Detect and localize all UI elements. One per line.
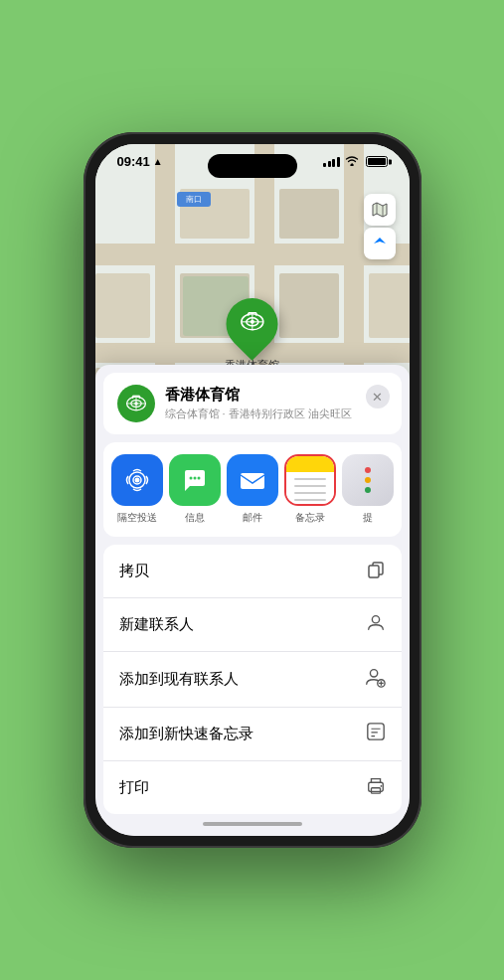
print-label: 打印 xyxy=(119,778,149,797)
messages-svg xyxy=(180,465,210,495)
share-item-mail[interactable]: 邮件 xyxy=(227,454,278,525)
more-dots xyxy=(365,467,371,493)
airdrop-label: 隔空投送 xyxy=(117,511,157,525)
status-time: 09:41 xyxy=(117,154,150,169)
notes-yellow-bar xyxy=(286,456,334,472)
svg-point-52 xyxy=(380,785,382,787)
share-item-messages[interactable]: 信息 xyxy=(169,454,221,525)
phone-screen: 09:41 ▲ xyxy=(95,144,410,836)
airdrop-icon xyxy=(111,454,163,506)
add-contact-icon xyxy=(364,666,386,693)
quick-note-label: 添加到新快速备忘录 xyxy=(119,725,253,743)
status-icons xyxy=(323,155,388,169)
venue-name: 香港体育馆 xyxy=(165,386,388,405)
close-button[interactable]: ✕ xyxy=(366,385,390,408)
location-arrow-icon xyxy=(372,236,388,251)
quick-note-svg xyxy=(366,722,386,741)
more-label: 提 xyxy=(363,511,373,525)
add-contact-svg xyxy=(364,666,386,688)
home-indicator xyxy=(95,814,410,836)
new-contact-svg xyxy=(366,612,386,632)
share-item-airdrop[interactable]: 隔空投送 xyxy=(111,454,163,525)
map-type-button[interactable] xyxy=(364,194,396,226)
action-item-quick-note[interactable]: 添加到新快速备忘录 xyxy=(103,708,402,761)
svg-rect-13 xyxy=(279,189,339,239)
share-item-notes[interactable]: 备忘录 xyxy=(284,454,336,525)
copy-icon xyxy=(366,559,386,583)
action-item-copy[interactable]: 拷贝 xyxy=(103,545,402,598)
quick-note-icon xyxy=(366,722,386,746)
pin-circle xyxy=(216,287,289,361)
location-icon: ▲ xyxy=(153,156,163,167)
svg-rect-51 xyxy=(371,788,380,793)
messages-label: 信息 xyxy=(185,511,205,525)
more-icon xyxy=(342,454,394,506)
svg-rect-38 xyxy=(241,473,264,489)
copy-label: 拷贝 xyxy=(119,562,149,580)
share-item-more[interactable]: 提 xyxy=(342,454,394,525)
venue-icon xyxy=(117,385,155,422)
notes-icon-container xyxy=(284,454,336,506)
wifi-icon xyxy=(345,155,359,169)
share-actions-row: 隔空投送 信息 xyxy=(103,442,402,537)
location-button[interactable] xyxy=(364,228,396,259)
battery-icon xyxy=(366,156,388,167)
location-pin: 香港体育馆 xyxy=(225,298,279,373)
map-label: 南口 xyxy=(177,192,211,207)
dynamic-island xyxy=(208,154,297,178)
venue-card: 香港体育馆 综合体育馆 · 香港特别行政区 油尖旺区 ✕ xyxy=(103,373,402,434)
bottom-sheet: 香港体育馆 综合体育馆 · 香港特别行政区 油尖旺区 ✕ xyxy=(95,365,410,836)
new-contact-label: 新建联系人 xyxy=(119,615,194,634)
notes-label: 备忘录 xyxy=(295,511,325,525)
phone-frame: 09:41 ▲ xyxy=(84,132,421,848)
map-controls xyxy=(364,194,396,259)
signal-bars xyxy=(323,156,340,167)
svg-point-41 xyxy=(372,616,379,623)
svg-rect-14 xyxy=(95,273,150,338)
copy-svg xyxy=(366,559,386,578)
new-contact-icon xyxy=(366,612,386,637)
print-icon xyxy=(366,775,386,800)
venue-info: 香港体育馆 综合体育馆 · 香港特别行政区 油尖旺区 xyxy=(165,386,388,421)
home-bar xyxy=(203,822,302,826)
svg-point-37 xyxy=(197,477,200,480)
svg-point-0 xyxy=(350,163,353,166)
pin-inner xyxy=(239,308,266,341)
svg-point-42 xyxy=(370,670,377,677)
messages-icon xyxy=(169,454,221,506)
mail-icon xyxy=(227,454,278,506)
action-item-new-contact[interactable]: 新建联系人 xyxy=(103,598,402,652)
svg-point-35 xyxy=(189,477,192,480)
svg-rect-16 xyxy=(369,273,410,338)
action-item-print[interactable]: 打印 xyxy=(103,761,402,814)
map-type-icon xyxy=(371,201,389,219)
airdrop-svg xyxy=(122,465,152,495)
svg-point-29 xyxy=(134,402,137,405)
venue-subtitle: 综合体育馆 · 香港特别行政区 油尖旺区 xyxy=(165,407,388,421)
svg-rect-40 xyxy=(369,566,379,577)
svg-point-36 xyxy=(193,477,196,480)
svg-point-22 xyxy=(251,320,254,324)
mail-label: 邮件 xyxy=(243,511,262,525)
action-list: 拷贝 新建联系人 xyxy=(103,545,402,814)
svg-point-34 xyxy=(134,478,139,483)
svg-rect-46 xyxy=(367,724,383,739)
stadium-icon xyxy=(239,308,266,336)
action-item-add-contact[interactable]: 添加到现有联系人 xyxy=(103,652,402,708)
add-contact-label: 添加到现有联系人 xyxy=(119,670,239,689)
print-svg xyxy=(366,775,386,795)
venue-stadium-icon xyxy=(124,392,148,415)
mail-svg xyxy=(238,466,267,494)
svg-rect-11 xyxy=(279,273,339,338)
